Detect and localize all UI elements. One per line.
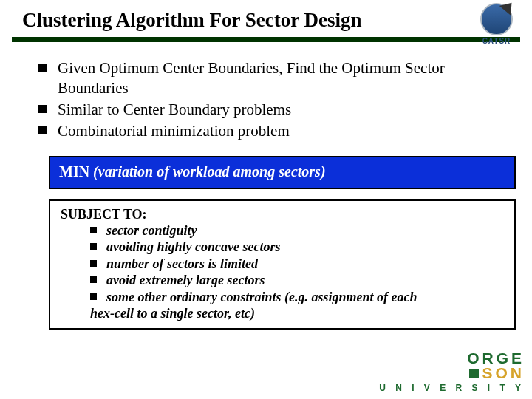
- constraint-tail: hex-cell to a single sector, etc): [61, 305, 504, 322]
- slide-title: Clustering Algorithm For Sector Design: [22, 9, 532, 32]
- constraint-item: sector contiguity: [90, 222, 504, 239]
- bullet-item: Combinatorial minimization problem: [38, 121, 502, 141]
- constraint-item: avoiding highly concave sectors: [90, 239, 504, 256]
- university-logo: ORGE SON U N I V E R S I T Y: [379, 351, 525, 393]
- bullet-item: Similar to Center Boundary problems: [38, 100, 502, 120]
- constraint-item: some other ordinary constraints (e.g. as…: [90, 289, 504, 306]
- constraint-list: sector contiguity avoiding highly concav…: [61, 222, 504, 306]
- min-description: (variation of workload among sectors): [89, 163, 325, 180]
- globe-icon: [480, 3, 513, 35]
- university-line3: U N I V E R S I T Y: [379, 383, 525, 393]
- university-line1: ORGE: [379, 351, 525, 366]
- logo-text: CATSR: [474, 37, 519, 45]
- objective-box: MIN (variation of workload among sectors…: [49, 156, 516, 189]
- arrow-icon: [499, 0, 517, 16]
- university-line2: SON: [482, 364, 525, 381]
- main-bullets: Given Optimum Center Boundaries, Find th…: [38, 58, 502, 141]
- constraints-box: SUBJECT TO: sector contiguity avoiding h…: [49, 200, 516, 330]
- catsr-logo: CATSR: [474, 3, 519, 44]
- constraint-item: avoid extremely large sectors: [90, 272, 504, 289]
- constraint-item: number of sectors is limited: [90, 256, 504, 273]
- box-area: MIN (variation of workload among sectors…: [49, 156, 516, 330]
- bullet-item: Given Optimum Center Boundaries, Find th…: [38, 58, 502, 98]
- title-area: Clustering Algorithm For Sector Design: [0, 0, 532, 36]
- content-area: Given Optimum Center Boundaries, Find th…: [0, 42, 532, 141]
- title-underline: [12, 36, 520, 42]
- subject-heading: SUBJECT TO:: [61, 207, 504, 222]
- min-label: MIN: [59, 163, 89, 180]
- square-icon: [469, 369, 479, 378]
